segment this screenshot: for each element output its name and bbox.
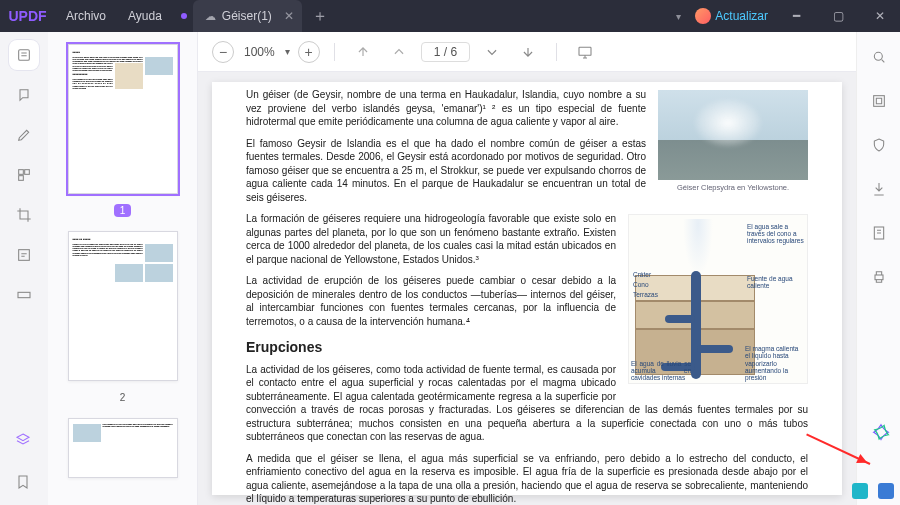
upgrade-label: Actualizar [715, 9, 768, 23]
edit-tool-button[interactable] [9, 120, 39, 150]
thumbnail-label-1: 1 [114, 204, 132, 217]
right-toolbar [856, 32, 900, 505]
bookmark-button[interactable] [8, 467, 38, 497]
tab-close-icon[interactable]: ✕ [284, 9, 294, 23]
geyser-photo [658, 90, 808, 180]
separator [556, 43, 557, 61]
page-indicator[interactable]: 1 / 6 [421, 42, 470, 62]
avatar [695, 8, 711, 24]
flatten-button[interactable] [864, 218, 894, 248]
svg-rect-1 [19, 170, 24, 175]
zoom-out-button[interactable]: − [212, 41, 234, 63]
zoom-level[interactable]: 100% [242, 45, 277, 59]
thumbnail-page-1[interactable]: ■■■■■ ■■ ■■■■■ ■■ ■■■■■ ■■■■■ ■■ ■■■ ■■■… [68, 44, 178, 194]
svg-rect-3 [19, 176, 24, 181]
reader-mode-button[interactable] [9, 40, 39, 70]
form-tool-button[interactable] [9, 240, 39, 270]
page-content: Géiser Clepsydra en Yellowstone. Un géis… [212, 82, 842, 495]
new-tab-button[interactable]: ＋ [312, 6, 328, 27]
comment-tool-button[interactable] [9, 80, 39, 110]
figure-caption: Géiser Clepsydra en Yellowstone. [658, 183, 808, 193]
page-area[interactable]: Géiser Clepsydra en Yellowstone. Un géis… [198, 72, 856, 505]
layers-button[interactable] [8, 425, 38, 455]
crop-tool-button[interactable] [9, 200, 39, 230]
window-maximize-button[interactable]: ▢ [824, 0, 852, 32]
window-minimize-button[interactable]: ━ [782, 0, 810, 32]
figure-geyser-photo: Géiser Clepsydra en Yellowstone. [658, 90, 808, 193]
share-app-2-button[interactable] [878, 483, 894, 499]
thumbnail-label-2: 2 [114, 391, 132, 404]
menu-help[interactable]: Ayuda [117, 9, 173, 23]
page-current: 1 [434, 45, 441, 59]
diagram-annotation: El magma calienta el líquido hasta vapor… [745, 345, 805, 381]
first-page-button[interactable] [349, 38, 377, 66]
title-bar: UPDF Archivo Ayuda ☁ Géiser(1) ✕ ＋ ▾ Act… [0, 0, 900, 32]
print-button[interactable] [864, 262, 894, 292]
menu-file[interactable]: Archivo [55, 9, 117, 23]
thumbnail-page-2[interactable]: ■■■■ ■■ ■■■■■ ■■■■■■ ■■ ■■■ ■■■■■■■■■ ■■… [68, 231, 178, 381]
window-close-button[interactable]: ✕ [866, 0, 894, 32]
search-button[interactable] [864, 42, 894, 72]
page-sep: / [444, 45, 447, 59]
diagram-annotation: Terrazas [633, 291, 691, 298]
svg-point-7 [874, 52, 882, 60]
share-app-1-button[interactable] [852, 483, 868, 499]
left-toolbar [0, 32, 48, 505]
zoom-in-button[interactable]: + [298, 41, 320, 63]
viewer-toolbar: − 100% ▾ + 1 / 6 [198, 32, 856, 72]
zoom-dropdown-icon[interactable]: ▾ [285, 46, 290, 57]
diagram-annotation: Fuente de agua caliente [747, 275, 805, 289]
svg-rect-2 [25, 170, 30, 175]
svg-rect-10 [875, 275, 883, 280]
document-tab[interactable]: ☁ Géiser(1) ✕ [193, 0, 302, 32]
export-button[interactable] [864, 174, 894, 204]
protect-button[interactable] [864, 130, 894, 160]
share-row [852, 483, 894, 499]
last-page-button[interactable] [514, 38, 542, 66]
tab-strip: ☁ Géiser(1) ✕ ＋ [181, 0, 328, 32]
presentation-button[interactable] [571, 38, 599, 66]
next-page-button[interactable] [478, 38, 506, 66]
thumbnail-page-3[interactable]: ■■ ■■■■■■■■■ ■■ ■■■ ■■■■■■■■ ■■■■ ■■■■ ■… [68, 418, 178, 478]
svg-rect-6 [579, 47, 591, 55]
ocr-button[interactable] [864, 86, 894, 116]
ai-assistant-button[interactable] [870, 423, 892, 445]
redact-tool-button[interactable] [9, 280, 39, 310]
tab-title: Géiser(1) [222, 9, 272, 23]
svg-rect-4 [19, 250, 30, 261]
diagram-annotation: Cono [633, 281, 691, 288]
chevron-down-icon[interactable]: ▾ [676, 11, 681, 22]
svg-rect-5 [18, 292, 30, 297]
figure-geyser-diagram: El agua sale a través del cono a interva… [628, 214, 808, 384]
separator [334, 43, 335, 61]
viewer: − 100% ▾ + 1 / 6 Géiser Clepsydra en Ye [198, 32, 856, 505]
diagram-annotation: El agua de lluvia se acumula en cavidade… [631, 360, 691, 381]
svg-rect-0 [19, 50, 30, 61]
diagram-annotation: Cráter [633, 271, 691, 278]
thumbnail-panel: ■■■■■ ■■ ■■■■■ ■■ ■■■■■ ■■■■■ ■■ ■■■ ■■■… [48, 32, 198, 505]
diagram-annotation: El agua sale a través del cono a interva… [747, 223, 805, 244]
svg-rect-8 [873, 96, 884, 107]
tab-indicator-dot [181, 13, 187, 19]
upgrade-button[interactable]: Actualizar [695, 8, 768, 24]
page-total: 6 [450, 45, 457, 59]
app-body: ■■■■■ ■■ ■■■■■ ■■ ■■■■■ ■■■■■ ■■ ■■■ ■■■… [0, 32, 900, 505]
paragraph: A medida que el géiser se llena, el agua… [246, 452, 808, 505]
prev-page-button[interactable] [385, 38, 413, 66]
cloud-icon: ☁ [205, 10, 216, 23]
app-logo: UPDF [0, 0, 55, 32]
organize-pages-button[interactable] [9, 160, 39, 190]
